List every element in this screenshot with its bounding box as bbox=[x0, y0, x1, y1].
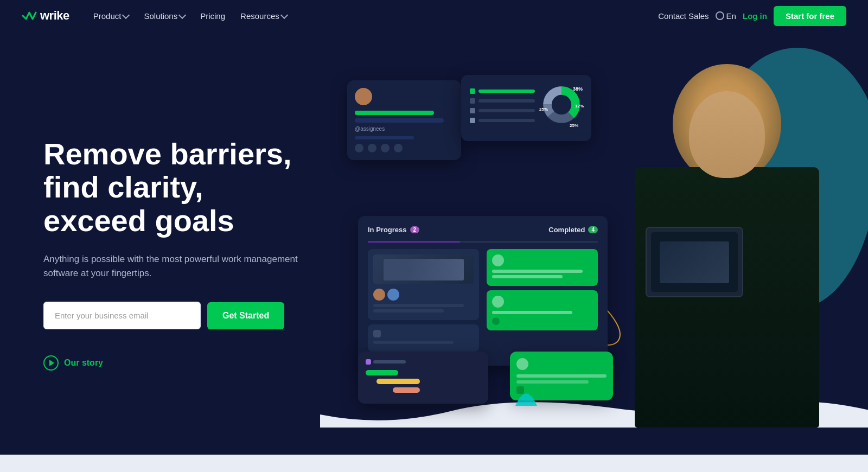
nav-solutions[interactable]: Solutions bbox=[137, 7, 192, 25]
completed-card-icon bbox=[492, 317, 592, 325]
kanban-item2-actions bbox=[373, 330, 474, 337]
person-face bbox=[689, 91, 765, 178]
kanban-completed-2 bbox=[487, 290, 598, 330]
green-card-bar-1 bbox=[516, 374, 607, 378]
kanban-progress-2 bbox=[373, 309, 444, 312]
action-icon-4 bbox=[394, 144, 403, 152]
completed-avatar-2 bbox=[492, 296, 504, 308]
person-tablet bbox=[646, 227, 743, 297]
kanban-columns bbox=[368, 249, 598, 356]
legend-color-1 bbox=[470, 88, 475, 94]
timeline-header bbox=[366, 359, 481, 365]
hero-visuals: @assignees bbox=[347, 59, 846, 449]
completed-bar-2 bbox=[492, 275, 563, 278]
hero-title: Remove barriers, find clarity, exceed go… bbox=[43, 137, 347, 238]
navbar: wrike Product Solutions Pricing Resource… bbox=[0, 0, 868, 31]
hero-person-image bbox=[624, 59, 830, 428]
in-progress-badge: 2 bbox=[410, 226, 420, 233]
kanban-item-image bbox=[373, 254, 474, 284]
kanban-header: In Progress 2 Completed 4 bbox=[368, 226, 598, 234]
legend-bar-1 bbox=[478, 90, 535, 93]
our-story-link[interactable]: Our story bbox=[43, 355, 347, 371]
icon-circle bbox=[492, 317, 500, 325]
user-avatar bbox=[355, 88, 372, 105]
person-body bbox=[635, 167, 819, 428]
completed-bar-1 bbox=[492, 270, 583, 273]
cyan-svg bbox=[510, 379, 542, 411]
get-started-button[interactable]: Get Started bbox=[207, 302, 284, 329]
kanban-completed-title: Completed 4 bbox=[548, 226, 598, 234]
start-free-button[interactable]: Start for free bbox=[774, 6, 846, 26]
action-icon-1 bbox=[355, 144, 363, 152]
timeline-bar-peach bbox=[393, 387, 420, 393]
logo[interactable]: wrike bbox=[22, 9, 69, 23]
assignees-label: @assignees bbox=[355, 126, 454, 132]
legend-row-2 bbox=[470, 98, 535, 104]
kanban-item-2 bbox=[368, 324, 479, 352]
legend-row-3 bbox=[470, 108, 535, 113]
kanban-image-placeholder bbox=[384, 259, 464, 280]
chart-label-38: 38% bbox=[573, 86, 583, 92]
nav-links: Product Solutions Pricing Resources bbox=[87, 7, 658, 25]
contact-sales-link[interactable]: Contact Sales bbox=[658, 11, 709, 21]
timeline-card bbox=[358, 352, 488, 404]
person-container bbox=[624, 59, 830, 428]
action-icon-2 bbox=[368, 144, 376, 152]
legend-color-3 bbox=[470, 108, 475, 113]
card-actions bbox=[355, 144, 454, 152]
kanban-item-1 bbox=[368, 249, 479, 320]
solutions-chevron-icon bbox=[178, 11, 186, 18]
login-link[interactable]: Log in bbox=[743, 11, 767, 21]
play-triangle bbox=[49, 360, 54, 366]
chart-label-12: 12% bbox=[575, 104, 584, 109]
legend-row-4 bbox=[470, 118, 535, 123]
action-dot bbox=[373, 330, 381, 337]
hero-content: Remove barriers, find clarity, exceed go… bbox=[43, 137, 347, 371]
logo-text: wrike bbox=[40, 9, 69, 23]
task-bar-3 bbox=[355, 136, 414, 139]
resources-chevron-icon bbox=[280, 11, 288, 18]
play-icon bbox=[43, 355, 59, 371]
kanban-card: In Progress 2 Completed 4 bbox=[358, 216, 608, 366]
completed-badge: 4 bbox=[588, 226, 598, 233]
kanban-in-progress-title: In Progress 2 bbox=[368, 226, 419, 234]
legend-bar-2 bbox=[478, 99, 535, 103]
chart-label-25b: 25% bbox=[570, 123, 578, 128]
kanban-col-progress bbox=[368, 249, 479, 356]
kanban-completed-1 bbox=[487, 249, 598, 286]
legend-bar-3 bbox=[478, 109, 535, 112]
kanban-item-avatars bbox=[373, 289, 474, 301]
email-input[interactable] bbox=[43, 302, 201, 329]
kanban-col-completed bbox=[487, 249, 598, 356]
nav-right: Contact Sales En Log in Start for free bbox=[658, 6, 846, 26]
footer-wave bbox=[0, 455, 868, 472]
action-icon-3 bbox=[381, 144, 390, 152]
chart-label-25a: 25% bbox=[539, 107, 548, 112]
nav-product[interactable]: Product bbox=[87, 7, 136, 25]
timeline-dot bbox=[366, 359, 371, 365]
tablet-content bbox=[660, 241, 729, 283]
tablet-screen bbox=[651, 232, 738, 292]
nav-resources[interactable]: Resources bbox=[234, 7, 293, 25]
timeline-header-bar bbox=[373, 360, 406, 363]
completed-avatar-1 bbox=[492, 254, 504, 266]
timeline-bar-green bbox=[366, 370, 398, 375]
hero-subtitle: Anything is possible with the most power… bbox=[43, 252, 304, 280]
hero-form: Get Started bbox=[43, 302, 347, 329]
green-card-avatar bbox=[516, 358, 528, 370]
chart-card: 38% 25% 12% 25% bbox=[461, 75, 591, 141]
nav-pricing[interactable]: Pricing bbox=[194, 7, 232, 25]
globe-icon bbox=[716, 11, 724, 20]
kanban-progress-1 bbox=[373, 304, 464, 307]
assignee-avatar-1 bbox=[373, 289, 385, 301]
legend-row-1 bbox=[470, 88, 535, 94]
product-chevron-icon bbox=[122, 11, 130, 18]
chart-container: 38% 25% 12% 25% bbox=[470, 84, 583, 132]
donut-chart: 38% 25% 12% 25% bbox=[540, 84, 583, 132]
task-bar-2 bbox=[355, 118, 444, 123]
chart-legend bbox=[470, 88, 535, 127]
completed-bar-3 bbox=[492, 311, 572, 314]
language-selector[interactable]: En bbox=[716, 11, 736, 21]
kanban-progress-3 bbox=[373, 341, 454, 344]
legend-color-4 bbox=[470, 118, 475, 123]
